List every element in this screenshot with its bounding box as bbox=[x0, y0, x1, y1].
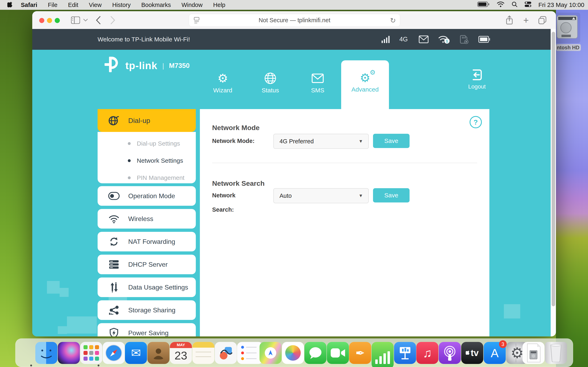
reload-icon[interactable]: ↻ bbox=[390, 16, 396, 25]
logout-label: Logout bbox=[463, 83, 491, 90]
submenu-item-network-settings[interactable]: Network Settings bbox=[98, 152, 196, 169]
dock-facetime-icon[interactable] bbox=[327, 342, 349, 364]
dock-divider bbox=[516, 343, 516, 362]
toggle-icon bbox=[107, 192, 121, 200]
dock-messages-icon[interactable] bbox=[304, 342, 327, 364]
dock-podcasts-icon[interactable] bbox=[439, 342, 461, 364]
scrollbar-track[interactable] bbox=[551, 29, 556, 336]
tab-overview-icon[interactable] bbox=[538, 11, 547, 29]
network-mode-select[interactable]: 4G Preferred ▼ bbox=[273, 134, 369, 149]
dock-maps-icon[interactable] bbox=[259, 342, 282, 364]
dock-trash-icon[interactable] bbox=[545, 342, 567, 364]
sidebar-item-label: Dial-up bbox=[128, 117, 150, 125]
sidebar-item-data-usage[interactable]: Data Usage Settings bbox=[98, 277, 196, 297]
dock-photos-icon[interactable] bbox=[282, 342, 304, 364]
close-window-button[interactable] bbox=[39, 18, 44, 23]
bullet-icon bbox=[128, 176, 131, 179]
deco-square bbox=[60, 288, 69, 297]
dock-pages-icon[interactable]: ✒ bbox=[349, 342, 371, 364]
dock-reminders-icon[interactable] bbox=[237, 342, 263, 364]
menu-window[interactable]: Window bbox=[176, 0, 208, 10]
sidebar-toggle-icon[interactable] bbox=[71, 11, 80, 29]
sidebar-chevron-icon[interactable] bbox=[83, 11, 88, 29]
menu-bar-clock[interactable]: Fri 23 May 10:00 bbox=[538, 1, 584, 8]
sidebar-item-dialup[interactable]: Dial-up bbox=[98, 109, 196, 132]
network-search-save-button[interactable]: Save bbox=[373, 188, 410, 202]
bullet-icon bbox=[128, 142, 131, 145]
sidebar-item-operation-mode[interactable]: Operation Mode bbox=[98, 186, 196, 206]
sidebar-item-power-saving[interactable]: Power Saving bbox=[98, 323, 196, 336]
dock-music-icon[interactable]: ♫ bbox=[416, 342, 438, 364]
macintosh-hd-desktop-icon[interactable] bbox=[554, 13, 580, 43]
dock-launchpad-icon[interactable] bbox=[80, 342, 102, 364]
network-type-label: 4G bbox=[399, 29, 408, 50]
submenu-item-pin-management[interactable]: PIN Management bbox=[98, 169, 196, 186]
dock-contacts-icon[interactable] bbox=[147, 342, 169, 364]
safari-toolbar: Not Secure — tplinkmifi.net ↻ + bbox=[32, 11, 556, 29]
apple-menu-icon[interactable] bbox=[0, 2, 16, 8]
deco-square bbox=[67, 317, 97, 334]
wallpaper-right bbox=[556, 10, 588, 367]
dock-freeform-icon[interactable] bbox=[215, 342, 237, 364]
share-icon[interactable] bbox=[506, 11, 513, 29]
status-globe-icon bbox=[250, 70, 291, 87]
back-button[interactable] bbox=[95, 11, 101, 29]
safari-window: Not Secure — tplinkmifi.net ↻ + Welcome … bbox=[32, 11, 556, 336]
advanced-gears-icon: ⚙ ⚙ bbox=[341, 70, 389, 86]
network-search-select[interactable]: Auto ▼ bbox=[273, 188, 369, 203]
menu-help[interactable]: Help bbox=[208, 0, 231, 10]
deco-square bbox=[504, 304, 520, 318]
menu-bookmarks[interactable]: Bookmarks bbox=[136, 0, 176, 10]
dock-notes-icon[interactable] bbox=[192, 342, 214, 364]
sidebar-item-wireless[interactable]: Wireless bbox=[98, 209, 196, 229]
address-bar[interactable]: Not Secure — tplinkmifi.net ↻ bbox=[189, 14, 400, 27]
menu-file[interactable]: File bbox=[43, 0, 63, 10]
minimize-window-button[interactable] bbox=[47, 18, 52, 23]
calendar-month: MAY bbox=[170, 342, 192, 348]
wizard-gear-icon: ⚙ bbox=[202, 70, 243, 87]
menu-safari[interactable]: Safari bbox=[16, 0, 43, 10]
dock-disk-image-icon[interactable] bbox=[522, 342, 545, 364]
forward-button[interactable] bbox=[110, 11, 116, 29]
help-icon[interactable]: ? bbox=[470, 116, 482, 128]
zoom-window-button[interactable] bbox=[55, 18, 60, 23]
sidebar-item-storage-sharing[interactable]: Storage Sharing bbox=[98, 300, 196, 320]
control-center-icon[interactable] bbox=[525, 1, 531, 9]
dock-finder-icon[interactable] bbox=[35, 342, 57, 364]
dock-siri-icon[interactable] bbox=[58, 342, 80, 364]
dock-mail-icon[interactable]: ✉ bbox=[125, 342, 147, 364]
menu-edit[interactable]: Edit bbox=[63, 0, 84, 10]
tab-sms[interactable]: SMS bbox=[297, 70, 338, 94]
macintosh-hd-label[interactable]: ntosh HD bbox=[556, 44, 581, 51]
reader-icon bbox=[194, 17, 200, 24]
tplink-page: Welcome to TP-Link Mobile Wi-Fi! 4G 1 bbox=[32, 29, 556, 336]
wifi-menu-icon[interactable] bbox=[497, 1, 504, 8]
wifi-badge-count: 1 bbox=[446, 39, 448, 43]
dock-keynote-icon[interactable] bbox=[394, 342, 416, 364]
calendar-day: 23 bbox=[170, 348, 192, 364]
tab-sms-label: SMS bbox=[297, 87, 338, 94]
new-tab-button[interactable]: + bbox=[523, 11, 529, 29]
menu-history[interactable]: History bbox=[107, 0, 136, 10]
bullet-icon bbox=[128, 159, 131, 162]
dock-tv-icon[interactable]: tv bbox=[461, 342, 483, 364]
deco-square bbox=[58, 326, 67, 334]
spotlight-search-icon[interactable] bbox=[511, 1, 518, 9]
tab-advanced[interactable]: ⚙ ⚙ Advanced bbox=[341, 60, 389, 109]
up-down-arrows-icon bbox=[107, 282, 121, 292]
dock-safari-icon[interactable] bbox=[103, 342, 125, 364]
sidebar-item-dhcp-server[interactable]: DHCP Server bbox=[98, 255, 196, 274]
tab-status[interactable]: Status bbox=[250, 70, 291, 94]
scrollbar-thumb[interactable] bbox=[552, 32, 555, 306]
dock-calendar-icon[interactable]: MAY 23 bbox=[170, 342, 192, 364]
dock-numbers-icon[interactable] bbox=[372, 342, 394, 367]
tab-wizard[interactable]: ⚙ Wizard bbox=[202, 70, 243, 94]
battery-icon[interactable] bbox=[477, 1, 490, 9]
deco-square bbox=[47, 281, 60, 294]
submenu-item-dialup-settings[interactable]: Dial-up Settings bbox=[98, 135, 196, 152]
signal-strength-icon bbox=[381, 29, 390, 50]
sidebar-item-nat-forwarding[interactable]: NAT Forwarding bbox=[98, 232, 196, 251]
menu-view[interactable]: View bbox=[84, 0, 107, 10]
network-mode-save-button[interactable]: Save bbox=[373, 134, 410, 148]
logout-button[interactable]: Logout bbox=[463, 68, 491, 90]
